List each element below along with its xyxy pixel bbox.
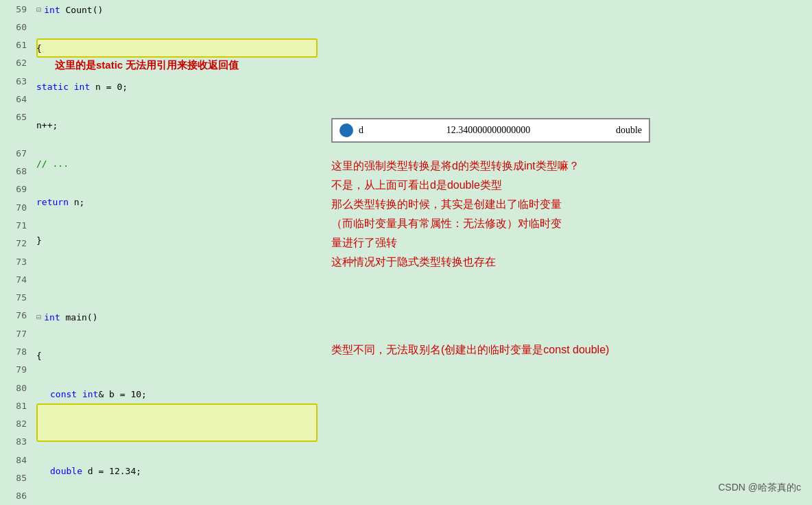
code-line-69: const int & b = 10;: [31, 384, 326, 403]
line-num-85: 85: [0, 469, 31, 486]
code-line-70: [31, 423, 326, 442]
line-num-79: 79: [0, 361, 31, 379]
line-num-68: 68: [0, 163, 31, 180]
annotation-panel: d 12.340000000000000 double 这里的强制类型转换是将d…: [326, 0, 812, 505]
code-line-64: return n;: [31, 192, 326, 211]
line-num-59: 59: [0, 0, 31, 18]
code-line-60: {: [31, 38, 326, 58]
code-line-65: }: [31, 231, 326, 250]
line-num-70: 70: [0, 198, 31, 216]
line-numbers: 59 60 61 62 63 64 65 67 68 69 70 71 72 7…: [0, 0, 31, 505]
annotation-block: 这里的强制类型转换是将d的类型转换成int类型嘛？ 不是，从上面可看出d是dou…: [331, 156, 807, 272]
ann-line6: 这种情况对于隐式类型转换也存在: [331, 252, 807, 272]
line-num-62: 62: [0, 54, 31, 72]
line-num-67: 67: [0, 144, 31, 162]
line-num-63: 63: [0, 72, 31, 90]
note-static: 这里的是static 无法用引用来接收返回值: [55, 59, 239, 72]
code-line-66: [31, 269, 326, 288]
line-num-65: 65: [0, 108, 31, 126]
line-num-74: 74: [0, 270, 31, 288]
line-num-83: 83: [0, 433, 31, 451]
line-num-75: 75: [0, 289, 31, 307]
main-container: 59 60 61 62 63 64 65 67 68 69 70 71 72 7…: [0, 0, 812, 505]
debug-value: 12.340000000000000: [379, 125, 597, 136]
line-num-80: 80: [0, 379, 31, 397]
line-num-60: 60: [0, 18, 31, 36]
debug-type: double: [597, 125, 642, 136]
line-num-72: 72: [0, 235, 31, 252]
line-num-81: 81: [0, 397, 31, 414]
line-num-77: 77: [0, 325, 31, 342]
code-line-71: double d = 12.34;: [31, 461, 326, 480]
debug-popup: d 12.340000000000000 double: [331, 118, 650, 143]
line-num-84: 84: [0, 451, 31, 469]
line-num-76: 76: [0, 307, 31, 325]
code-line-67: ⊟ int main(): [31, 307, 326, 327]
code-line-59: ⊟ int Count(): [31, 0, 326, 19]
watermark: CSDN @哈茶真的c: [718, 482, 801, 494]
code-line-63: // ...: [31, 154, 326, 173]
line-num-78: 78: [0, 342, 31, 360]
ann-line3: 那么类型转换的时候，其实是创建出了临时变量: [331, 195, 807, 214]
line-num-73: 73: [0, 252, 31, 270]
code-line-61: static int n = 0;: [31, 77, 326, 96]
debug-var: d: [359, 125, 379, 136]
line-num-82: 82: [0, 414, 31, 432]
debug-icon: [339, 124, 353, 137]
code-area: ⊟ int Count() { static int n = 0; n++; /…: [31, 0, 326, 505]
ann-line2: 不是，从上面可看出d是double类型: [331, 176, 807, 195]
line-num-61: 61: [0, 36, 31, 54]
ann-line5: 量进行了强转: [331, 233, 807, 252]
line-num-64: 64: [0, 90, 31, 108]
ann-note3: 类型不同，无法取别名(创建出的临时变量是const double): [331, 343, 807, 357]
code-line-62: n++;: [31, 115, 326, 134]
code-line-68: {: [31, 346, 326, 365]
ann-line1: 这里的强制类型转换是将d的类型转换成int类型嘛？: [331, 156, 807, 176]
code-panel: 59 60 61 62 63 64 65 67 68 69 70 71 72 7…: [0, 0, 326, 505]
ann-line4: （而临时变量具有常属性：无法修改）对临时变: [331, 214, 807, 233]
line-num-69: 69: [0, 180, 31, 198]
line-num-71: 71: [0, 216, 31, 234]
code-line-72: [31, 500, 326, 505]
line-num-86: 86: [0, 487, 31, 505]
line-num-66: [0, 126, 31, 144]
